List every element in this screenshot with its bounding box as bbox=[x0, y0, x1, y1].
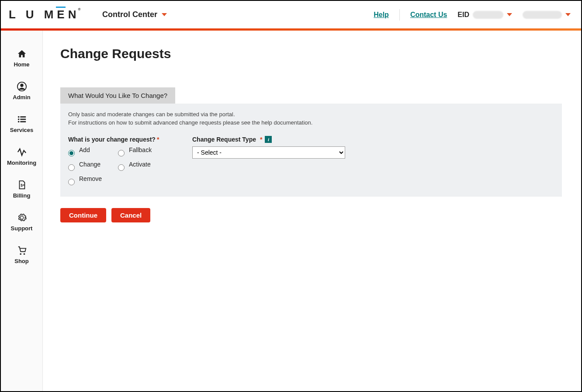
svg-point-9 bbox=[20, 253, 21, 255]
left-nav: Home Admin Services Monitoring $= Billin… bbox=[1, 31, 43, 391]
activity-icon bbox=[17, 147, 27, 157]
svg-point-2 bbox=[17, 116, 19, 118]
svg-point-6 bbox=[17, 121, 19, 123]
svg-rect-5 bbox=[20, 119, 26, 120]
sidebar-item-label: Support bbox=[11, 225, 33, 232]
sidebar-item-shop[interactable]: Shop bbox=[1, 240, 42, 273]
chevron-down-icon bbox=[162, 13, 167, 16]
global-header: L U MEN® Control Center Help Contact Us … bbox=[1, 1, 581, 28]
svg-point-10 bbox=[23, 253, 25, 255]
radio-input-activate[interactable] bbox=[118, 164, 125, 171]
sidebar-item-services[interactable]: Services bbox=[1, 109, 42, 142]
sidebar-item-label: Monitoring bbox=[7, 160, 36, 166]
sidebar-item-home[interactable]: Home bbox=[1, 44, 42, 76]
radio-fieldset: What is your change request?* Add Fallba… bbox=[68, 136, 166, 185]
svg-rect-7 bbox=[20, 121, 26, 122]
sidebar-item-label: Services bbox=[10, 127, 34, 133]
radio-input-remove[interactable] bbox=[68, 179, 75, 185]
radio-input-add[interactable] bbox=[68, 150, 75, 156]
lumen-logo: L U MEN® bbox=[9, 8, 96, 21]
sidebar-item-support[interactable]: Support bbox=[1, 208, 42, 240]
help-link[interactable]: Help bbox=[374, 11, 389, 19]
eid-dropdown[interactable]: EID bbox=[457, 11, 512, 19]
type-label: Change Request Type bbox=[192, 136, 256, 143]
info-icon[interactable]: i bbox=[265, 136, 272, 143]
continue-button[interactable]: Continue bbox=[60, 208, 106, 222]
radio-option-change[interactable]: Change bbox=[68, 162, 116, 171]
sidebar-item-label: Shop bbox=[14, 258, 29, 264]
main-content: Change Requests What Would You Like To C… bbox=[43, 31, 581, 391]
invoice-icon: $= bbox=[17, 180, 27, 190]
chevron-down-icon bbox=[565, 13, 571, 16]
eid-label: EID bbox=[457, 11, 469, 19]
cancel-button[interactable]: Cancel bbox=[111, 208, 150, 222]
radio-input-fallback[interactable] bbox=[118, 150, 125, 156]
list-icon bbox=[17, 114, 27, 124]
sidebar-item-monitoring[interactable]: Monitoring bbox=[1, 142, 42, 175]
action-buttons: Continue Cancel bbox=[60, 208, 562, 222]
radio-group-label: What is your change request?* bbox=[68, 136, 166, 143]
sidebar-item-label: Admin bbox=[13, 94, 30, 101]
radio-input-change[interactable] bbox=[68, 164, 75, 171]
app-title-dropdown[interactable]: Control Center bbox=[102, 10, 167, 19]
panel-body: Only basic and moderate changes can be s… bbox=[60, 104, 562, 197]
panel-tab-label: What Would You Like To Change? bbox=[60, 87, 175, 104]
svg-rect-3 bbox=[20, 116, 26, 118]
type-label-row: Change Request Type * i bbox=[192, 136, 345, 143]
note-line-1: Only basic and moderate changes can be s… bbox=[68, 111, 235, 118]
user-icon bbox=[17, 82, 27, 91]
change-panel: What Would You Like To Change? Only basi… bbox=[60, 87, 562, 197]
svg-text:$=: $= bbox=[21, 184, 25, 187]
eid-value-redacted bbox=[473, 11, 503, 19]
user-name-redacted bbox=[523, 11, 562, 19]
panel-note: Only basic and moderate changes can be s… bbox=[68, 111, 554, 127]
chevron-down-icon bbox=[507, 13, 512, 16]
note-line-2: For instructions on how to submit advanc… bbox=[68, 119, 312, 126]
contact-link[interactable]: Contact Us bbox=[410, 11, 447, 19]
sidebar-item-label: Billing bbox=[13, 192, 31, 199]
home-icon bbox=[17, 49, 27, 59]
sidebar-item-label: Home bbox=[14, 61, 29, 68]
divider bbox=[399, 9, 400, 21]
radio-option-fallback[interactable]: Fallback bbox=[118, 147, 166, 156]
header-right: Help Contact Us EID bbox=[374, 9, 571, 21]
page-title: Change Requests bbox=[60, 46, 562, 61]
svg-point-4 bbox=[17, 118, 19, 120]
user-dropdown[interactable] bbox=[523, 11, 571, 19]
app-title: Control Center bbox=[102, 10, 157, 19]
sidebar-item-admin[interactable]: Admin bbox=[1, 76, 42, 109]
sidebar-item-billing[interactable]: $= Billing bbox=[1, 175, 42, 208]
change-request-type-select[interactable]: - Select - bbox=[192, 146, 345, 159]
gear-icon bbox=[17, 213, 27, 222]
type-fieldset: Change Request Type * i - Select - bbox=[192, 136, 345, 159]
radio-option-remove[interactable]: Remove bbox=[68, 176, 116, 185]
radio-option-activate[interactable]: Activate bbox=[118, 162, 166, 171]
svg-point-1 bbox=[20, 84, 23, 87]
cart-icon bbox=[17, 246, 27, 255]
radio-option-add[interactable]: Add bbox=[68, 147, 116, 156]
